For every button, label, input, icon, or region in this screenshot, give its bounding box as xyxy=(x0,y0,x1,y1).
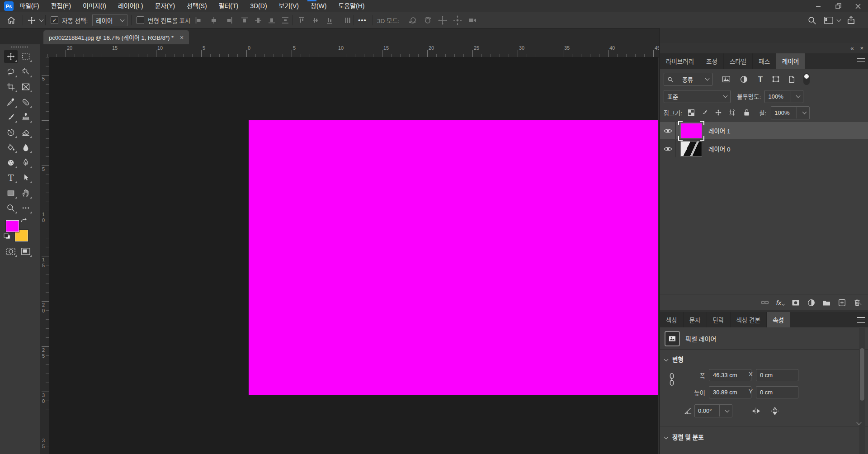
tab-paths[interactable]: 패스 xyxy=(753,53,776,69)
swap-colors-icon[interactable] xyxy=(20,218,27,224)
menu-view[interactable]: 보기(V) xyxy=(273,0,305,12)
align-right-edges-icon[interactable] xyxy=(223,14,235,26)
layer-row-1[interactable]: 레이어 1 xyxy=(660,122,868,139)
lock-transparent-pixels-icon[interactable] xyxy=(685,107,698,118)
flip-horizontal-icon[interactable] xyxy=(750,405,762,417)
menu-3d[interactable]: 3D(D) xyxy=(244,0,273,12)
close-window-button[interactable] xyxy=(848,0,868,12)
share-button[interactable] xyxy=(846,12,856,28)
edit-toolbar-button[interactable] xyxy=(19,202,33,214)
layer-thumbnail[interactable] xyxy=(680,141,702,156)
layer-name[interactable]: 레이어 1 xyxy=(708,126,731,135)
more-options-button[interactable]: ••• xyxy=(358,12,367,28)
sponge-tool[interactable] xyxy=(4,156,18,169)
layer-name[interactable]: 레이어 0 xyxy=(708,144,731,153)
frame-tool[interactable] xyxy=(19,80,33,93)
rectangular-marquee-tool[interactable] xyxy=(19,50,33,63)
lock-image-pixels-icon[interactable] xyxy=(698,107,711,118)
foreground-color-swatch[interactable] xyxy=(6,220,19,232)
layer-visibility-toggle[interactable] xyxy=(660,122,676,139)
lasso-tool[interactable] xyxy=(4,66,18,78)
constrain-proportions-icon[interactable] xyxy=(665,374,678,385)
brush-tool[interactable] xyxy=(4,111,18,123)
document-canvas[interactable] xyxy=(249,120,658,395)
panel-menu-icon[interactable] xyxy=(857,317,865,323)
layer-visibility-toggle[interactable] xyxy=(660,140,676,157)
quick-mask-button[interactable] xyxy=(4,245,18,258)
distribute-top-icon[interactable] xyxy=(296,14,307,26)
rectangle-tool[interactable] xyxy=(4,187,18,199)
new-layer-icon[interactable] xyxy=(835,297,848,308)
menu-select[interactable]: 선택(S) xyxy=(181,0,212,12)
3d-pan-icon[interactable] xyxy=(437,14,448,26)
zoom-tool[interactable] xyxy=(4,202,18,214)
tab-adjustments[interactable]: 조정 xyxy=(700,53,724,69)
link-layers-icon[interactable] xyxy=(759,297,771,308)
search-button[interactable] xyxy=(807,12,816,28)
layer-thumbnail[interactable] xyxy=(680,123,702,138)
scrollbar-thumb[interactable] xyxy=(860,348,864,401)
layer-row-0[interactable]: 레이어 0 xyxy=(660,140,868,157)
filter-type-dropdown[interactable]: 종류 xyxy=(664,73,712,86)
crop-tool[interactable] xyxy=(4,80,18,93)
paint-bucket-tool[interactable] xyxy=(4,141,18,154)
menu-edit[interactable]: 편집(E) xyxy=(45,0,77,12)
close-panel-icon[interactable]: × xyxy=(860,45,863,52)
panel-grip[interactable] xyxy=(11,46,29,48)
flip-vertical-icon[interactable] xyxy=(769,405,781,417)
move-tool-preset[interactable] xyxy=(27,12,43,28)
tab-color[interactable]: 색상 xyxy=(660,312,684,327)
pen-tool[interactable] xyxy=(19,156,33,169)
delete-layer-icon[interactable] xyxy=(851,297,863,308)
restore-button[interactable] xyxy=(828,0,848,12)
eraser-tool[interactable] xyxy=(19,126,33,139)
tab-character[interactable]: 문자 xyxy=(684,312,707,327)
rotation-dropdown[interactable]: 0.00° xyxy=(694,404,732,417)
show-transform-checkbox[interactable] xyxy=(137,16,144,24)
tab-styles[interactable]: 스타일 xyxy=(724,53,753,69)
lock-all-icon[interactable] xyxy=(740,107,753,118)
width-input[interactable]: 46.33 cm xyxy=(709,369,751,381)
align-left-edges-icon[interactable] xyxy=(193,14,204,26)
new-group-icon[interactable] xyxy=(820,297,833,308)
distribute-middle-icon[interactable] xyxy=(310,14,321,26)
magic-wand-tool[interactable] xyxy=(19,66,33,78)
lock-position-icon[interactable] xyxy=(712,107,725,118)
x-input[interactable]: 0 cm xyxy=(756,369,798,381)
default-colors-icon[interactable] xyxy=(4,233,11,240)
hand-tool[interactable] xyxy=(19,187,33,199)
horizontal-ruler[interactable]: 20 15 10 5 0 5 10 15 20 25 30 35 40 45 xyxy=(40,44,659,57)
height-input[interactable]: 30.89 cm xyxy=(709,386,751,398)
blend-mode-dropdown[interactable]: 표준 xyxy=(664,90,731,103)
filter-pixel-layers-icon[interactable] xyxy=(720,73,732,85)
tab-layers[interactable]: 레이어 xyxy=(776,53,805,69)
menu-image[interactable]: 이미지(I) xyxy=(77,0,112,12)
filter-type-layers-icon[interactable]: T xyxy=(754,73,767,85)
menu-type[interactable]: 문자(Y) xyxy=(149,0,181,12)
new-adjustment-layer-icon[interactable] xyxy=(805,297,817,308)
tab-paragraph[interactable]: 단락 xyxy=(707,312,731,327)
history-brush-tool[interactable] xyxy=(4,126,18,139)
3d-camera-icon[interactable] xyxy=(467,14,478,26)
layer-effects-icon[interactable]: fx xyxy=(774,297,787,308)
path-selection-tool[interactable] xyxy=(19,171,33,184)
screen-mode-button[interactable] xyxy=(19,245,33,258)
workspace-switcher[interactable] xyxy=(824,12,840,28)
y-input[interactable]: 0 cm xyxy=(756,386,798,398)
eyedropper-tool[interactable] xyxy=(4,96,18,109)
distribute-spacing-icon[interactable] xyxy=(342,14,354,26)
filter-adjustment-layers-icon[interactable] xyxy=(737,73,750,85)
align-vertical-centers-icon[interactable] xyxy=(252,14,264,26)
add-layer-mask-icon[interactable] xyxy=(789,297,802,308)
panel-menu-icon[interactable] xyxy=(857,58,865,64)
distribute-vertical-icon[interactable] xyxy=(279,14,291,26)
menu-window[interactable]: 창(W) xyxy=(305,0,332,12)
clone-stamp-tool[interactable] xyxy=(19,111,33,123)
collapse-panels-icon[interactable]: « xyxy=(850,45,854,52)
healing-brush-tool[interactable] xyxy=(19,96,33,109)
menu-file[interactable]: 파일(F) xyxy=(14,0,45,12)
type-tool[interactable]: T xyxy=(4,171,18,184)
menu-layer[interactable]: 레이어(L) xyxy=(112,0,149,12)
move-tool[interactable] xyxy=(4,50,18,63)
align-section-header[interactable]: 정렬 및 분포 xyxy=(665,432,704,441)
